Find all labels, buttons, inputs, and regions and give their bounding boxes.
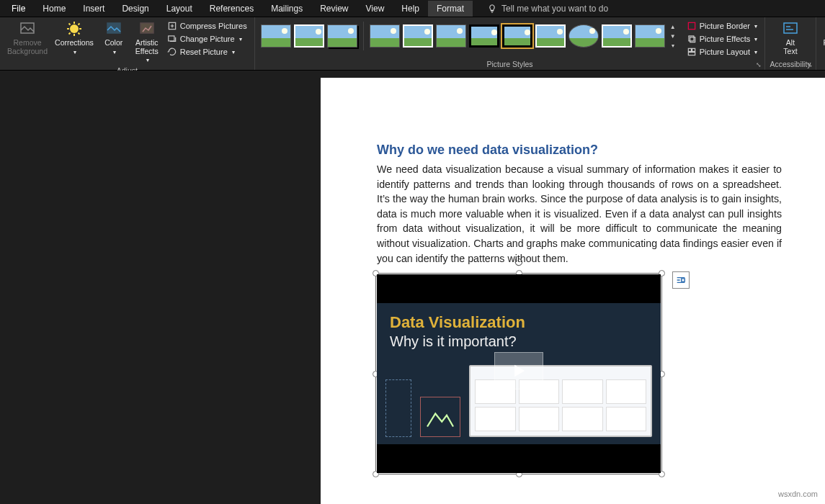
- watermark: wsxdn.com: [778, 490, 818, 498]
- style-thumb-4[interactable]: [370, 24, 400, 48]
- picture-border-button[interactable]: Picture Border ▾: [684, 20, 761, 32]
- color-button[interactable]: Color ▾: [98, 19, 130, 57]
- tell-me-search[interactable]: Tell me what you want to do: [487, 4, 608, 14]
- piclayout-icon: [687, 47, 697, 57]
- tell-me-label: Tell me what you want to do: [501, 4, 608, 14]
- table-icon: [420, 397, 460, 437]
- tab-review[interactable]: Review: [311, 1, 357, 17]
- chevron-down-icon: ▾: [754, 23, 757, 30]
- tab-insert[interactable]: Insert: [74, 1, 113, 17]
- style-thumb-12[interactable]: [635, 24, 665, 48]
- color-label: Color: [104, 39, 122, 48]
- chevron-down-icon: ▾: [73, 49, 76, 55]
- remove-background-button[interactable]: Remove Background: [4, 19, 50, 57]
- group-accessibility: Alt Text Accessibility ⤡: [765, 17, 816, 70]
- document-body: We need data visualization because a vis…: [377, 162, 782, 266]
- tab-references[interactable]: References: [201, 1, 262, 17]
- tab-help[interactable]: Help: [393, 1, 428, 17]
- style-thumb-9[interactable]: [535, 24, 566, 48]
- reset-label: Reset Picture: [180, 48, 228, 56]
- styles-dialog-launcher[interactable]: ⤡: [756, 61, 762, 68]
- group-picture-styles: ▲▼▾ Picture Border ▾ Picture Effects ▾ P…: [255, 17, 766, 70]
- effects-icon: [687, 34, 697, 44]
- svg-rect-10: [692, 48, 695, 51]
- alt-text-button[interactable]: Alt Text: [775, 19, 806, 57]
- tab-home[interactable]: Home: [34, 1, 74, 17]
- piclayout-label: Picture Layout: [700, 48, 750, 56]
- effects-label: Picture Effects: [700, 35, 751, 43]
- group-arrange: Position ▾ Wrap Text ▾ Bring Forward: [816, 17, 825, 70]
- tab-view[interactable]: View: [357, 1, 393, 17]
- chevron-down-icon: ▾: [146, 57, 149, 63]
- group-styles-label: Picture Styles: [486, 58, 532, 70]
- style-thumb-6[interactable]: [436, 24, 466, 48]
- embedded-video: Data Visualization Why is it important?: [377, 274, 661, 473]
- corrections-label: Corrections: [55, 39, 94, 48]
- gallery-more-button[interactable]: ▲▼▾: [668, 22, 678, 50]
- border-icon: [687, 21, 697, 31]
- play-button[interactable]: [494, 352, 543, 390]
- artistic-effects-button[interactable]: Artistic Effects ▾: [131, 19, 163, 65]
- reset-picture-button[interactable]: Reset Picture ▾: [164, 46, 250, 58]
- svg-rect-12: [784, 23, 797, 33]
- chevron-down-icon: ▾: [754, 36, 757, 42]
- tab-design[interactable]: Design: [113, 1, 157, 17]
- svg-rect-5: [168, 36, 174, 41]
- server-icon: [385, 379, 411, 437]
- svg-rect-3: [141, 23, 153, 33]
- artistic-icon: [138, 20, 156, 37]
- tab-layout[interactable]: Layout: [158, 1, 201, 17]
- alt-text-icon: [782, 20, 799, 37]
- artistic-label: Artistic Effects: [135, 39, 159, 55]
- corrections-button[interactable]: Corrections ▾: [52, 19, 97, 57]
- compress-label: Compress Pictures: [180, 22, 247, 30]
- chevron-down-icon: ▾: [239, 36, 242, 42]
- ribbon: Remove Background Corrections ▾ Color ▾ …: [0, 17, 825, 71]
- selected-image[interactable]: Data Visualization Why is it important?: [375, 273, 662, 474]
- document-page[interactable]: Why do we need data visualization? We ne…: [321, 78, 825, 504]
- svg-rect-18: [682, 279, 685, 282]
- svg-rect-8: [690, 37, 695, 42]
- compress-pictures-button[interactable]: Compress Pictures: [164, 20, 250, 32]
- video-title: Data Visualization: [390, 313, 648, 332]
- style-thumb-3[interactable]: [327, 24, 357, 48]
- chevron-down-icon: ▾: [232, 49, 235, 55]
- remove-bg-icon: [19, 20, 36, 37]
- layout-options-icon: [675, 274, 687, 286]
- style-thumb-10[interactable]: [568, 24, 599, 48]
- video-subtitle: Why is it important?: [390, 333, 648, 350]
- svg-rect-6: [688, 22, 695, 29]
- change-picture-button[interactable]: Change Picture ▾: [164, 33, 250, 45]
- remove-bg-label: Remove Background: [7, 39, 48, 55]
- layout-options-button[interactable]: [672, 271, 690, 289]
- style-thumb-11[interactable]: [602, 24, 632, 48]
- change-picture-icon: [167, 34, 177, 44]
- style-thumb-5[interactable]: [403, 24, 433, 48]
- play-icon: [509, 361, 529, 381]
- svg-rect-7: [689, 36, 694, 41]
- reset-icon: [167, 47, 177, 57]
- tab-mailings[interactable]: Mailings: [262, 1, 311, 17]
- picture-layout-button[interactable]: Picture Layout ▾: [684, 46, 761, 58]
- document-area[interactable]: Why do we need data visualization? We ne…: [0, 71, 825, 504]
- document-heading: Why do we need data visualization?: [377, 143, 782, 158]
- chevron-down-icon: ▾: [113, 49, 116, 55]
- alt-text-label: Alt Text: [783, 39, 797, 55]
- picture-styles-gallery: ▲▼▾: [259, 19, 679, 53]
- corrections-icon: [66, 20, 83, 37]
- tab-format[interactable]: Format: [428, 1, 473, 17]
- style-thumb-2[interactable]: [294, 24, 324, 48]
- video-letterbox-bot: [377, 444, 661, 473]
- svg-rect-11: [688, 53, 695, 55]
- style-thumb-7[interactable]: [469, 24, 499, 48]
- svg-point-1: [70, 24, 79, 33]
- rotate-handle[interactable]: [514, 257, 524, 267]
- color-icon: [105, 20, 122, 37]
- border-label: Picture Border: [700, 22, 750, 30]
- style-thumb-1[interactable]: [261, 24, 291, 48]
- accessibility-dialog-launcher[interactable]: ⤡: [807, 61, 813, 68]
- picture-effects-button[interactable]: Picture Effects ▾: [684, 33, 761, 45]
- tab-file[interactable]: File: [3, 1, 34, 17]
- position-button[interactable]: Position ▾: [821, 19, 825, 57]
- style-thumb-8[interactable]: [502, 24, 532, 48]
